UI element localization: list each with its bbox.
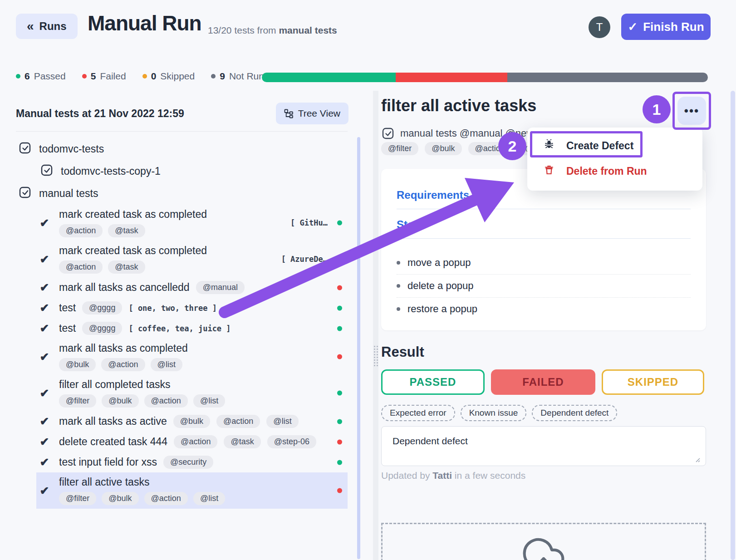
stat-count: 6: [25, 71, 30, 82]
step-item[interactable]: restore a popup: [397, 297, 691, 320]
tag-chip: @step-06: [267, 435, 316, 448]
checkmark-icon: ✔: [36, 350, 53, 364]
test-row-body: test@gggg[ one, two, three ]: [59, 301, 217, 314]
test-row[interactable]: ✔mark all tasks as cancelledd@manual: [36, 277, 348, 298]
result-comment-input[interactable]: Dependent defect: [381, 426, 706, 466]
step-item[interactable]: delete a popup: [397, 274, 691, 297]
result-heading: Result: [381, 344, 424, 360]
test-row[interactable]: ✔mark created task as completed@action@t…: [36, 205, 348, 241]
tag-chip: @filter: [381, 142, 418, 155]
tag-chip: @action: [144, 492, 188, 505]
test-row[interactable]: ✔filter all completed tasks@filter@bulk@…: [36, 375, 348, 411]
test-suite-icon: [40, 163, 54, 180]
passed-button[interactable]: PASSED: [381, 369, 485, 395]
progress-segment-not-run: [507, 73, 708, 82]
textarea-resize-handle[interactable]: [693, 456, 701, 463]
status-dot-icon: [337, 221, 342, 226]
trash-icon: [544, 164, 554, 178]
status-dot-icon: [337, 488, 342, 493]
list-divider: [16, 131, 348, 132]
test-row-line: test input field for xss@security: [59, 456, 213, 469]
test-row-line: mark created task as completed: [59, 208, 207, 221]
quick-result-chip[interactable]: Known issue: [461, 405, 527, 421]
test-row[interactable]: ✔mark all tasks as active@bulk@action@li…: [36, 411, 348, 432]
test-row[interactable]: ✔filter all active tasks@filter@bulk@act…: [36, 472, 348, 509]
stat-label: Not Run: [229, 71, 264, 82]
page-scrollbar[interactable]: [731, 91, 735, 560]
suite-row[interactable]: manual tests: [0, 182, 357, 205]
updated-user: Tatti: [432, 470, 452, 481]
step-item[interactable]: move a popup: [397, 251, 691, 274]
list-scrollbar[interactable]: [357, 137, 360, 559]
panel-splitter[interactable]: [373, 91, 378, 560]
annotation-box-more-button: [672, 92, 711, 130]
divider: [397, 238, 691, 239]
tag-chip: @gggg: [82, 301, 122, 314]
failed-button[interactable]: FAILED: [491, 369, 595, 395]
test-title: test: [59, 302, 76, 314]
tag-chip: @action: [144, 394, 188, 408]
test-row[interactable]: ✔mark all tasks as completed@bulk@action…: [36, 339, 348, 375]
tree-view-button[interactable]: Tree View: [276, 103, 348, 124]
menu-item-delete-from-run[interactable]: Delete from Run: [527, 158, 702, 184]
suite-row[interactable]: todomvc-tests-copy-1: [0, 160, 357, 182]
run-subtitle: 13/20 tests from manual tests: [208, 25, 337, 36]
quick-result-chip[interactable]: Dependent defect: [532, 405, 617, 421]
test-row[interactable]: ✔test input field for xss@security: [36, 452, 348, 472]
test-params: [ one, two, three ]: [128, 304, 216, 313]
app-screen: « Runs Manual Run 13/20 tests from manua…: [0, 0, 736, 560]
stats-row: 6Passed5Failed0Skipped9Not Run: [16, 71, 264, 82]
test-row-tags: @filter@bulk@action@list: [59, 492, 225, 505]
checkmark-icon: ✔: [36, 435, 53, 448]
suite-label: manual tests: [39, 187, 98, 200]
back-to-runs-button[interactable]: « Runs: [16, 14, 78, 39]
attachment-dropzone[interactable]: [381, 523, 706, 560]
steps-link[interactable]: Steps: [397, 218, 691, 231]
result-quick-chips: Expected errorKnown issueDependent defec…: [381, 405, 617, 421]
test-row-body: filter all active tasks@filter@bulk@acti…: [59, 476, 225, 505]
run-progress-bar: [262, 73, 708, 82]
test-row-body: mark all tasks as completed@bulk@action@…: [59, 342, 188, 371]
step-label: delete a popup: [407, 280, 474, 292]
test-row[interactable]: ✔test@gggg[ one, two, three ]: [36, 298, 348, 318]
status-dot-icon: [337, 419, 342, 424]
finish-run-button[interactable]: ✓ Finish Run: [621, 14, 711, 40]
tag-chip: @list: [193, 492, 225, 505]
result-buttons: PASSEDFAILEDSKIPPED: [381, 369, 704, 395]
test-row[interactable]: ✔mark created task as completed@action@t…: [36, 241, 348, 277]
divider: [397, 209, 691, 209]
test-row-line: test@gggg[ one, two, three ]: [59, 301, 217, 314]
tag-chip: @action: [59, 260, 103, 274]
test-row[interactable]: ✔delete created task 444@action@task@ste…: [36, 432, 348, 452]
skipped-button[interactable]: SKIPPED: [602, 369, 704, 395]
test-row-body: mark created task as completed@action@ta…: [59, 245, 207, 274]
requirements-link[interactable]: Requirements: [397, 189, 691, 201]
avatar[interactable]: T: [589, 16, 610, 38]
menu-item-label: Delete from Run: [566, 165, 647, 177]
test-row-tags: @action@task: [59, 260, 207, 274]
test-row[interactable]: ✔test@gggg[ coffee, tea, juice ]: [36, 318, 348, 339]
quick-result-chip[interactable]: Expected error: [381, 405, 455, 421]
checkmark-icon: ✔: [36, 387, 53, 400]
check-icon: ✓: [628, 20, 638, 34]
step-label: move a popup: [407, 257, 471, 269]
status-dot-icon: [16, 74, 20, 79]
test-suite-icon: [18, 141, 32, 157]
tag-chip: @bulk: [59, 358, 96, 371]
test-row-line: mark all tasks as active@bulk@action@lis…: [59, 415, 299, 428]
test-row-body: delete created task 444@action@task@step…: [59, 435, 316, 448]
status-dot-icon: [337, 460, 342, 465]
checkmark-icon: ✔: [36, 216, 53, 230]
suite-label: todomvc-tests-copy-1: [61, 165, 161, 177]
suite-row[interactable]: todomvc-tests: [0, 138, 357, 160]
test-row-body: filter all completed tasks@filter@bulk@a…: [59, 378, 225, 408]
test-title: test: [59, 322, 76, 334]
steps-list: move a popupdelete a popuprestore a popu…: [397, 251, 691, 320]
bullet-icon: [397, 284, 400, 288]
test-row-line: delete created task 444@action@task@step…: [59, 435, 316, 448]
tag-chip: @task: [108, 260, 145, 274]
splitter-drag-handle[interactable]: [374, 346, 378, 366]
chevrons-left-icon: «: [27, 20, 34, 33]
tag-chip: @action: [174, 435, 217, 448]
status-dot-icon: [82, 74, 87, 79]
